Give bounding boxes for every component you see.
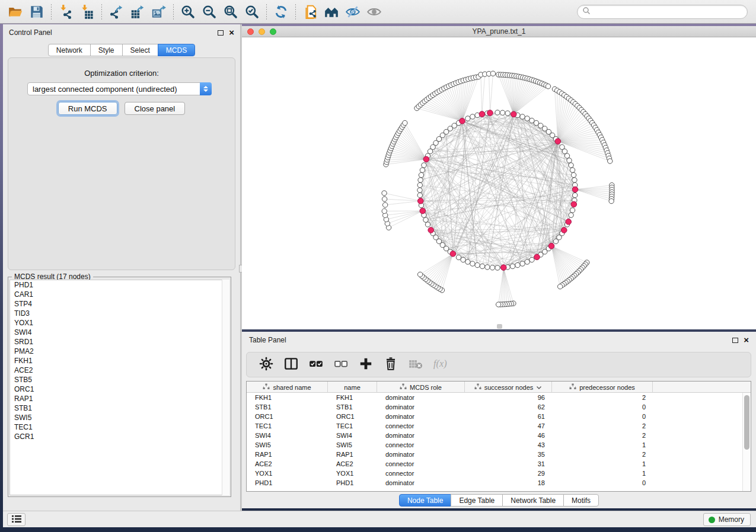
- mcds-result-item[interactable]: FKH1: [10, 356, 229, 366]
- new-network-from-selection-button[interactable]: [299, 2, 321, 21]
- open-file-button[interactable]: [5, 2, 26, 21]
- table-cell[interactable]: FKH1: [328, 393, 377, 402]
- column-header-MCDS-role[interactable]: MCDS role: [377, 382, 465, 393]
- network-node[interactable]: [500, 110, 505, 115]
- search-input[interactable]: [591, 7, 742, 17]
- table-cell[interactable]: 35: [465, 450, 552, 459]
- column-header-shared-name[interactable]: shared name: [247, 382, 328, 393]
- mcds-result-item[interactable]: SWI4: [10, 328, 229, 337]
- network-graph[interactable]: [242, 37, 756, 329]
- table-cell[interactable]: PHD1: [247, 478, 328, 488]
- window-zoom-icon[interactable]: [270, 28, 276, 35]
- network-node[interactable]: [505, 111, 510, 116]
- network-hub-node[interactable]: [450, 251, 456, 257]
- network-node[interactable]: [422, 163, 426, 168]
- network-node[interactable]: [520, 261, 525, 266]
- network-node[interactable]: [609, 198, 614, 203]
- network-node[interactable]: [525, 259, 529, 264]
- table-cell[interactable]: STB1: [247, 402, 328, 412]
- close-table-panel-icon[interactable]: ×: [744, 337, 749, 343]
- mcds-result-item[interactable]: RAP1: [10, 394, 229, 403]
- mcds-result-item[interactable]: ACE2: [10, 366, 229, 375]
- network-node[interactable]: [465, 116, 470, 121]
- table-row[interactable]: ORC1ORC1dominator610: [247, 412, 742, 421]
- network-hub-node[interactable]: [572, 187, 578, 193]
- network-node[interactable]: [417, 182, 422, 187]
- network-node[interactable]: [382, 197, 387, 201]
- network-node[interactable]: [417, 188, 422, 193]
- table-cell[interactable]: YOX1: [328, 469, 377, 478]
- network-node[interactable]: [417, 193, 422, 197]
- select-all-button[interactable]: [305, 355, 327, 375]
- table-settings-button[interactable]: [255, 355, 277, 375]
- table-cell[interactable]: ORC1: [328, 412, 377, 421]
- column-header-successor-nodes[interactable]: successor nodes: [465, 382, 552, 393]
- table-cell[interactable]: RAP1: [247, 450, 328, 459]
- import-table-button[interactable]: [76, 2, 98, 21]
- network-hub-node[interactable]: [479, 111, 485, 117]
- network-node[interactable]: [382, 191, 387, 196]
- network-node[interactable]: [562, 149, 567, 153]
- network-node[interactable]: [520, 114, 525, 119]
- mcds-result-item[interactable]: YOX1: [10, 318, 229, 328]
- mcds-result-item[interactable]: STB5: [10, 375, 229, 384]
- table-cell[interactable]: SWI5: [328, 440, 377, 450]
- network-node[interactable]: [515, 262, 520, 267]
- table-cell[interactable]: 0: [552, 478, 653, 488]
- column-header-predecessor-nodes[interactable]: predecessor nodes: [552, 382, 653, 393]
- table-cell[interactable]: connector: [377, 459, 465, 469]
- search-box[interactable]: [577, 5, 748, 19]
- zoom-in-button[interactable]: [177, 2, 199, 21]
- table-row[interactable]: YOX1YOX1connector291: [247, 469, 742, 478]
- table-cell[interactable]: 0: [552, 412, 653, 421]
- network-hub-node[interactable]: [566, 219, 572, 225]
- table-cell[interactable]: connector: [377, 469, 465, 478]
- table-cell[interactable]: 2: [552, 450, 653, 459]
- tab-style[interactable]: Style: [90, 44, 123, 56]
- network-node[interactable]: [382, 203, 387, 207]
- network-hub-node[interactable]: [417, 198, 423, 204]
- mcds-result-item[interactable]: STP4: [10, 299, 229, 309]
- table-cell[interactable]: RAP1: [328, 450, 377, 459]
- table-cell[interactable]: ACE2: [328, 459, 377, 469]
- close-panel-icon[interactable]: ×: [229, 30, 234, 36]
- table-cell[interactable]: 1: [552, 459, 653, 469]
- network-node[interactable]: [470, 114, 475, 119]
- network-node[interactable]: [461, 257, 465, 262]
- network-node[interactable]: [570, 208, 575, 213]
- table-tab-network-table[interactable]: Network Table: [502, 494, 564, 507]
- table-cell[interactable]: dominator: [377, 402, 465, 412]
- network-node[interactable]: [418, 178, 423, 182]
- table-cell[interactable]: 47: [465, 421, 552, 431]
- network-node[interactable]: [557, 284, 562, 289]
- table-cell[interactable]: TEC1: [247, 421, 328, 431]
- network-node[interactable]: [553, 239, 558, 243]
- window-minimize-icon[interactable]: [259, 28, 265, 35]
- table-row[interactable]: ACE2ACE2connector311: [247, 459, 742, 469]
- refresh-button[interactable]: [270, 2, 292, 21]
- mcds-result-item[interactable]: TEC1: [10, 422, 229, 432]
- table-cell[interactable]: connector: [377, 421, 465, 431]
- network-node[interactable]: [403, 120, 407, 125]
- column-header-name[interactable]: name: [328, 382, 377, 393]
- show-all-button[interactable]: [363, 2, 385, 21]
- table-cell[interactable]: 61: [465, 412, 552, 421]
- mcds-result-item[interactable]: PMA2: [10, 347, 229, 356]
- table-cell[interactable]: 43: [465, 440, 552, 450]
- table-cell[interactable]: YOX1: [247, 469, 328, 478]
- network-hub-node[interactable]: [571, 201, 577, 207]
- network-hub-node[interactable]: [423, 156, 429, 162]
- tab-network[interactable]: Network: [48, 44, 91, 56]
- delete-column-button[interactable]: [379, 355, 402, 375]
- table-cell[interactable]: STB1: [328, 402, 377, 412]
- mcds-result-list[interactable]: PHD1CAR1STP4TID3YOX1SWI4SRD1PMA2FKH1ACE2…: [9, 280, 229, 495]
- table-tab-edge-table[interactable]: Edge Table: [451, 494, 503, 507]
- table-tab-node-table[interactable]: Node Table: [399, 494, 452, 507]
- table-cell[interactable]: dominator: [377, 412, 465, 421]
- network-node[interactable]: [525, 116, 529, 121]
- network-node[interactable]: [529, 257, 534, 262]
- network-hub-node[interactable]: [420, 208, 426, 214]
- table-scrollbar-thumb[interactable]: [744, 395, 749, 450]
- task-history-button[interactable]: [7, 513, 25, 526]
- mcds-result-item[interactable]: SWI5: [10, 413, 229, 422]
